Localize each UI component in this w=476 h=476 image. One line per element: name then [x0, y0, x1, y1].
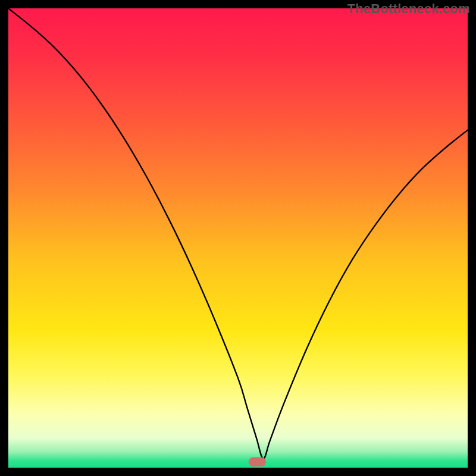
chart-svg	[8, 8, 468, 468]
optimal-marker	[249, 458, 266, 466]
gradient-background	[8, 8, 468, 468]
plot-area	[8, 8, 468, 468]
chart-frame: TheBottleneck.com	[0, 0, 476, 476]
watermark-text: TheBottleneck.com	[347, 1, 470, 17]
